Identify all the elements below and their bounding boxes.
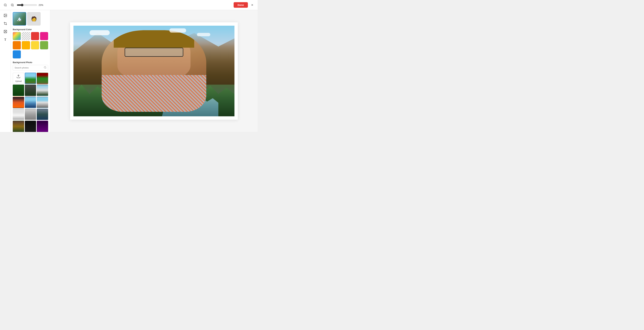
preview-thumbnails: 🏔️ 🧑 — [13, 12, 48, 26]
photo-cell-12[interactable] — [13, 121, 24, 132]
photo-cell-8[interactable] — [37, 97, 48, 108]
photo-cell-5[interactable] — [37, 85, 48, 96]
zoom-value: 23% — [38, 4, 45, 6]
canvas-area — [50, 10, 258, 132]
color-swatch-pink[interactable] — [40, 32, 48, 40]
canvas-image-inner — [74, 26, 234, 116]
background-photo-label: Background Photo — [13, 61, 48, 64]
main-content: T 🏔️ 🧑 Background Color — [0, 10, 258, 132]
svg-line-1 — [6, 6, 7, 6]
erase-tool-button[interactable] — [2, 28, 9, 35]
color-swatch-transparent[interactable] — [22, 32, 30, 40]
photo-cell-2[interactable] — [37, 73, 48, 84]
preview-thumb-2[interactable]: 🧑 — [27, 12, 40, 26]
photo-cell-13[interactable] — [25, 121, 36, 132]
search-icon — [44, 66, 46, 70]
crop-tool-button[interactable] — [2, 20, 9, 27]
background-color-label: Background Color — [13, 28, 48, 31]
left-panel: T 🏔️ 🧑 Background Color — [0, 10, 50, 132]
photo-cell-4[interactable] — [25, 85, 36, 96]
photo-cell-10[interactable] — [25, 109, 36, 120]
photo-cell-1[interactable] — [25, 73, 36, 84]
photo-cell-14[interactable] — [37, 121, 48, 132]
text-tool-button[interactable]: T — [2, 36, 9, 43]
upload-label: Upload — [15, 80, 22, 82]
search-bar — [13, 65, 48, 71]
photo-cell-9[interactable] — [13, 109, 24, 120]
sidebar-content: 🏔️ 🧑 Background Color — [11, 10, 50, 132]
color-swatch-gradient[interactable] — [13, 32, 21, 40]
zoom-out-button[interactable] — [3, 2, 8, 8]
photo-cell-7[interactable] — [25, 97, 36, 108]
canvas-frame — [70, 22, 238, 120]
close-button[interactable]: × — [250, 2, 255, 8]
color-swatch-green[interactable] — [40, 41, 48, 49]
upload-icon — [16, 74, 20, 79]
color-swatch-orange[interactable] — [13, 41, 21, 49]
photo-grid: Upload — [13, 73, 48, 132]
svg-line-4 — [13, 6, 14, 6]
modal-container: 23% Done × — [0, 0, 258, 132]
preview-thumb-1[interactable]: 🏔️ — [13, 12, 26, 26]
color-swatch-red[interactable] — [31, 32, 39, 40]
zoom-in-button[interactable] — [10, 2, 15, 8]
photo-cell-6[interactable] — [13, 97, 24, 108]
color-grid — [13, 32, 48, 58]
done-button[interactable]: Done — [234, 2, 248, 8]
color-swatch-blue[interactable] — [13, 50, 21, 58]
zoom-slider[interactable] — [17, 4, 37, 6]
tool-icons-panel: T — [0, 10, 11, 132]
svg-line-13 — [46, 68, 46, 69]
svg-point-8 — [4, 15, 5, 15]
photo-cell-11[interactable] — [37, 109, 48, 120]
svg-point-12 — [44, 67, 46, 68]
color-swatch-yellow[interactable] — [31, 41, 39, 49]
toolbar: 23% Done × — [0, 0, 258, 10]
color-swatch-amber[interactable] — [22, 41, 30, 49]
search-input[interactable] — [14, 67, 43, 69]
image-tool-button[interactable] — [2, 12, 9, 19]
photo-cell-3[interactable] — [13, 85, 24, 96]
upload-button[interactable]: Upload — [13, 73, 24, 84]
